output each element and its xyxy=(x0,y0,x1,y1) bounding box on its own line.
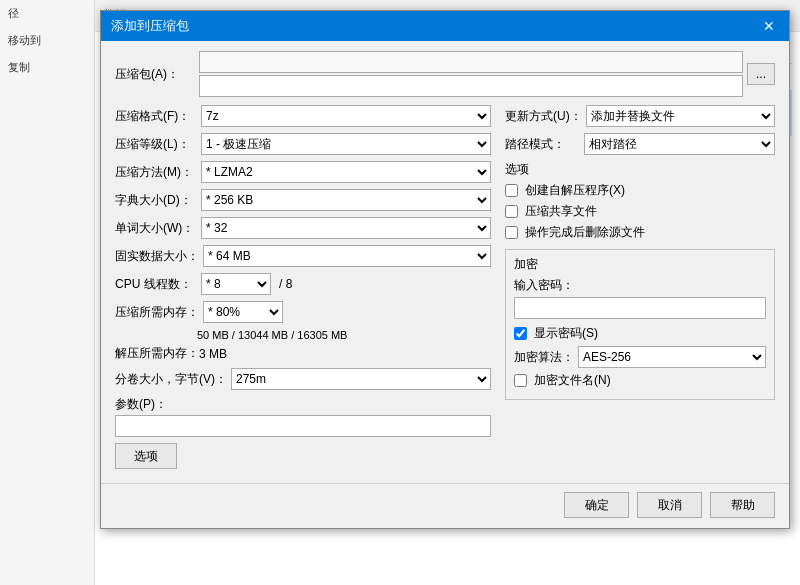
path-mode-select[interactable]: 相对踏径 xyxy=(584,133,775,155)
update-row: 更新方式(U)： 添加并替换文件 xyxy=(505,105,775,127)
cpu-label: CPU 线程数： xyxy=(115,276,197,293)
word-select[interactable]: * 32 xyxy=(201,217,491,239)
compress-mem-sub: 50 MB / 13044 MB / 16305 MB xyxy=(197,329,491,341)
bg-sidebar: 径 移动到 复制 xyxy=(0,0,95,585)
compress-mem-select[interactable]: * 80% xyxy=(203,301,283,323)
cb-selfextract-label: 创建自解压程序(X) xyxy=(525,182,625,199)
path-mode-row: 踏径模式： 相对踏径 xyxy=(505,133,775,155)
dialog-title: 添加到压缩包 xyxy=(111,17,189,35)
left-column: 压缩格式(F)： 7z 压缩等级(L)： 1 - 极速压缩 压缩方法(M)： xyxy=(115,105,491,469)
dict-label: 字典大小(D)： xyxy=(115,192,197,209)
options-button[interactable]: 选项 xyxy=(115,443,177,469)
cb-showpwd[interactable] xyxy=(514,327,527,340)
archive-path-input[interactable]: D:\yy\az\老王\w\fx\ xyxy=(199,51,743,73)
volume-row: 分卷大小，字节(V)： 275m xyxy=(115,368,491,390)
method-row: 压缩方法(M)： * LZMA2 xyxy=(115,161,491,183)
cb-showpwd-row: 显示密码(S) xyxy=(514,325,766,342)
compress-mem-row: 压缩所需内存： * 80% xyxy=(115,301,491,323)
cpu-select[interactable]: * 8 xyxy=(201,273,271,295)
cancel-button[interactable]: 取消 xyxy=(637,492,702,518)
dialog-titlebar: 添加到压缩包 ✕ xyxy=(101,11,789,41)
solid-label: 固实数据大小： xyxy=(115,248,199,265)
dialog-footer: 确定 取消 帮助 xyxy=(101,483,789,528)
ok-button[interactable]: 确定 xyxy=(564,492,629,518)
password-input[interactable]: 上老王论坛当老王 xyxy=(514,297,766,319)
encrypt-section: 加密 输入密码： 上老王论坛当老王 显示密码(S) 加密算法： AES-256 xyxy=(505,249,775,400)
level-select[interactable]: 1 - 极速压缩 xyxy=(201,133,491,155)
params-section: 参数(P)： xyxy=(115,396,491,437)
compress-mem-section: 压缩所需内存： * 80% 50 MB / 13044 MB / 16305 M… xyxy=(115,301,491,341)
dialog-body: 压缩包(A)： D:\yy\az\老王\w\fx\ zd917 ... 压缩格式… xyxy=(101,41,789,479)
decomp-mem-label: 解压所需内存： xyxy=(115,345,199,362)
level-row: 压缩等级(L)： 1 - 极速压缩 xyxy=(115,133,491,155)
cb-share-label: 压缩共享文件 xyxy=(525,203,597,220)
bg-sidebar-moveto: 移动到 xyxy=(0,27,94,54)
archive-name-input[interactable]: zd917 xyxy=(199,75,743,97)
cb-selfextract-row: 创建自解压程序(X) xyxy=(505,182,775,199)
add-to-archive-dialog: 添加到压缩包 ✕ 压缩包(A)： D:\yy\az\老王\w\fx\ zd917… xyxy=(100,10,790,529)
bg-sidebar-path: 径 xyxy=(0,0,94,27)
cb-selfextract[interactable] xyxy=(505,184,518,197)
method-label: 压缩方法(M)： xyxy=(115,164,197,181)
update-select[interactable]: 添加并替换文件 xyxy=(586,105,775,127)
solid-row: 固实数据大小： * 64 MB xyxy=(115,245,491,267)
cb-enc-names-row: 加密文件名(N) xyxy=(514,372,766,389)
word-label: 单词大小(W)： xyxy=(115,220,197,237)
compress-mem-label: 压缩所需内存： xyxy=(115,304,199,321)
cb-showpwd-label: 显示密码(S) xyxy=(534,325,598,342)
level-label: 压缩等级(L)： xyxy=(115,136,197,153)
close-button[interactable]: ✕ xyxy=(759,16,779,36)
cb-delete-row: 操作完成后删除源文件 xyxy=(505,224,775,241)
enc-algo-label: 加密算法： xyxy=(514,349,574,366)
enc-algo-row: 加密算法： AES-256 xyxy=(514,346,766,368)
options-section: 选项 创建自解压程序(X) 压缩共享文件 操作完成后删除源文件 xyxy=(505,161,775,241)
archive-row: 压缩包(A)： D:\yy\az\老王\w\fx\ zd917 ... xyxy=(115,51,775,97)
cb-enc-names[interactable] xyxy=(514,374,527,387)
archive-browse-button[interactable]: ... xyxy=(747,63,775,85)
right-column: 更新方式(U)： 添加并替换文件 踏径模式： 相对踏径 选项 xyxy=(505,105,775,469)
cb-delete[interactable] xyxy=(505,226,518,239)
volume-select[interactable]: 275m xyxy=(231,368,491,390)
cb-share[interactable] xyxy=(505,205,518,218)
enc-algo-select[interactable]: AES-256 xyxy=(578,346,766,368)
solid-select[interactable]: * 64 MB xyxy=(203,245,491,267)
archive-input-wrap: D:\yy\az\老王\w\fx\ zd917 xyxy=(199,51,743,97)
password-label: 输入密码： xyxy=(514,277,766,294)
bg-sidebar-copy: 复制 xyxy=(0,54,94,81)
cb-delete-label: 操作完成后删除源文件 xyxy=(525,224,645,241)
word-row: 单词大小(W)： * 32 xyxy=(115,217,491,239)
cb-enc-names-label: 加密文件名(N) xyxy=(534,372,611,389)
format-label: 压缩格式(F)： xyxy=(115,108,197,125)
options-section-title: 选项 xyxy=(505,161,775,178)
decomp-mem-value: 3 MB xyxy=(199,347,227,361)
params-input[interactable] xyxy=(115,415,491,437)
dict-row: 字典大小(D)： * 256 KB xyxy=(115,189,491,211)
archive-label: 压缩包(A)： xyxy=(115,66,195,83)
encrypt-title: 加密 xyxy=(514,256,766,273)
cpu-slash: / 8 xyxy=(275,277,296,291)
cpu-row: CPU 线程数： * 8 / 8 xyxy=(115,273,491,295)
help-button[interactable]: 帮助 xyxy=(710,492,775,518)
two-col-layout: 压缩格式(F)： 7z 压缩等级(L)： 1 - 极速压缩 压缩方法(M)： xyxy=(115,105,775,469)
options-btn-wrap: 选项 xyxy=(115,443,491,469)
method-select[interactable]: * LZMA2 xyxy=(201,161,491,183)
volume-label: 分卷大小，字节(V)： xyxy=(115,371,227,388)
decomp-mem-row: 解压所需内存： 3 MB xyxy=(115,345,491,362)
cb-share-row: 压缩共享文件 xyxy=(505,203,775,220)
params-label: 参数(P)： xyxy=(115,396,491,413)
update-label: 更新方式(U)： xyxy=(505,108,582,125)
format-row: 压缩格式(F)： 7z xyxy=(115,105,491,127)
path-mode-label: 踏径模式： xyxy=(505,136,580,153)
format-select[interactable]: 7z xyxy=(201,105,491,127)
dict-select[interactable]: * 256 KB xyxy=(201,189,491,211)
